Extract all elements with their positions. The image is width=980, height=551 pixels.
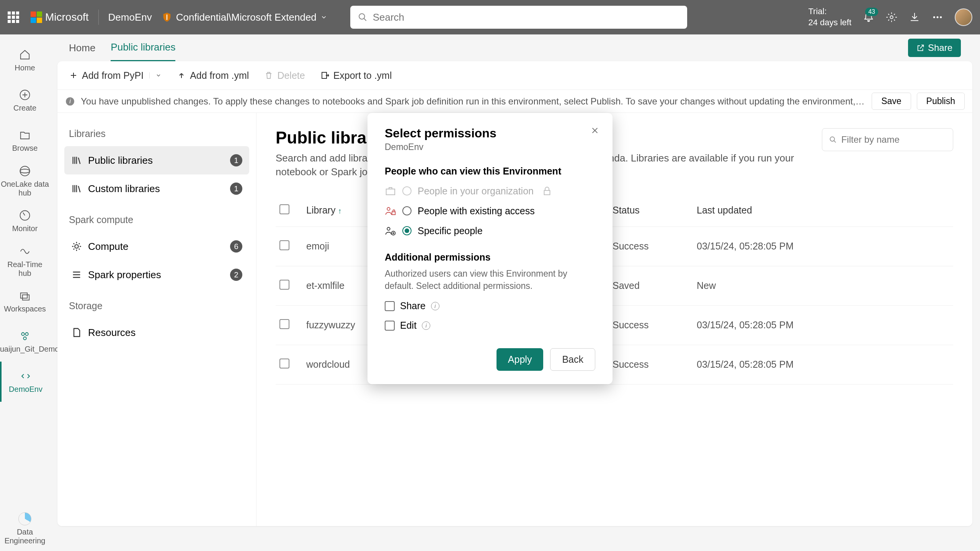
apply-button[interactable]: Apply — [497, 348, 544, 371]
info-icon[interactable]: i — [431, 302, 439, 310]
back-button[interactable]: Back — [550, 348, 595, 371]
radio — [402, 186, 412, 196]
option-organization: People in your organization — [385, 185, 595, 197]
option-existing-access[interactable]: People with existing access — [385, 205, 595, 217]
checkbox[interactable] — [385, 301, 395, 311]
edit-permission-checkbox[interactable]: Edit i — [385, 320, 595, 331]
checkbox[interactable] — [385, 321, 395, 331]
dialog-subtitle: DemoEnv — [385, 142, 595, 152]
share-permission-checkbox[interactable]: Share i — [385, 300, 595, 311]
svg-rect-22 — [392, 212, 395, 215]
svg-point-23 — [387, 227, 390, 230]
option-specific-people[interactable]: Specific people — [385, 225, 595, 236]
briefcase-icon — [385, 185, 396, 197]
info-icon[interactable]: i — [422, 321, 430, 330]
svg-point-21 — [387, 207, 390, 210]
view-permissions-heading: People who can view this Environment — [385, 166, 595, 177]
radio-selected[interactable] — [402, 226, 412, 235]
dialog-title: Select permissions — [385, 126, 595, 140]
people-add-icon — [385, 225, 396, 236]
select-permissions-dialog: Select permissions DemoEnv People who ca… — [368, 113, 612, 384]
additional-permissions-heading: Additional permissions — [385, 252, 595, 263]
close-icon — [591, 126, 599, 135]
additional-permissions-desc: Authorized users can view this Environme… — [385, 267, 595, 292]
lock-icon — [541, 185, 553, 197]
svg-rect-20 — [544, 191, 550, 195]
people-lock-icon — [385, 205, 396, 217]
radio[interactable] — [402, 206, 412, 215]
svg-rect-19 — [386, 189, 395, 195]
close-button[interactable] — [591, 126, 599, 135]
